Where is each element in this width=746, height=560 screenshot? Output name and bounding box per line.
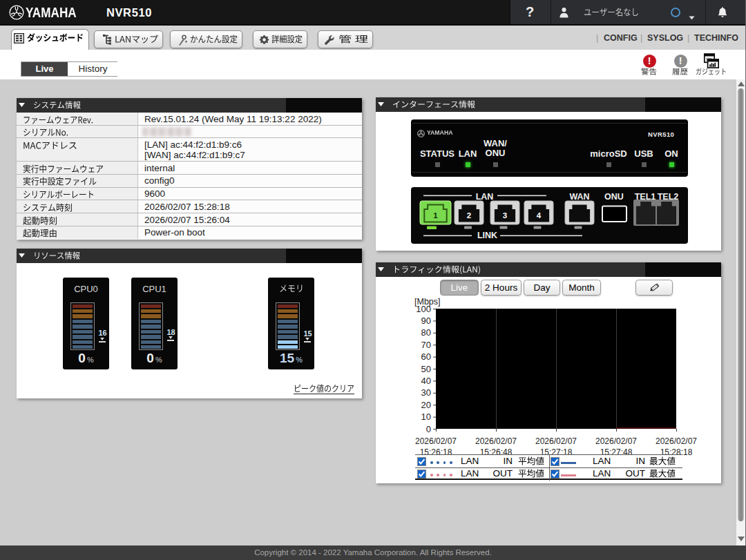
svg-text:1: 1: [433, 211, 438, 220]
svg-text:2: 2: [467, 211, 471, 220]
svg-text:2026/02/07: 2026/02/07: [475, 436, 517, 446]
svg-text:30: 30: [421, 387, 431, 398]
svg-text:2026/02/07: 2026/02/07: [656, 436, 697, 446]
svg-text:50: 50: [421, 364, 431, 374]
svg-text:2026/02/07: 2026/02/07: [535, 436, 577, 446]
svg-text:40: 40: [421, 376, 431, 386]
svg-text:0: 0: [426, 424, 431, 434]
svg-text:60: 60: [421, 351, 431, 362]
svg-text:10: 10: [421, 412, 431, 422]
svg-text:100: 100: [416, 304, 431, 314]
svg-text:3: 3: [503, 211, 507, 220]
svg-text:ONU: ONU: [604, 192, 624, 202]
svg-text:WAN: WAN: [569, 192, 589, 202]
svg-text:LINK: LINK: [477, 231, 497, 240]
svg-text:4: 4: [537, 211, 542, 220]
svg-text:20: 20: [421, 400, 431, 410]
svg-text:2026/02/07: 2026/02/07: [415, 436, 457, 446]
svg-text:LAN: LAN: [476, 192, 494, 202]
svg-text:80: 80: [421, 327, 431, 338]
svg-text:90: 90: [421, 316, 431, 326]
svg-text:2026/02/07: 2026/02/07: [595, 436, 637, 446]
svg-text:70: 70: [421, 340, 431, 350]
